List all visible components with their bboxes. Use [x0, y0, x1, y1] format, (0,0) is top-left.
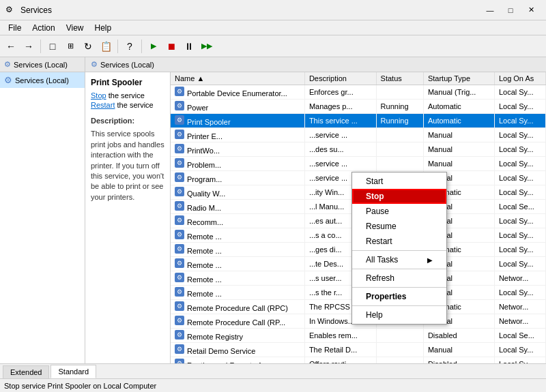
help-button[interactable]: ? [121, 38, 138, 55]
col-logon[interactable]: Log On As [494, 72, 545, 85]
table-row[interactable]: Problem......service ...ManualLocal Sy..… [171, 157, 546, 171]
service-desc-cell: ...service ... [304, 128, 376, 142]
desc-content: This service spools print jobs and handl… [91, 130, 164, 200]
service-logon-cell: Local Sy... [494, 142, 545, 157]
play-button[interactable]: ▶ [145, 38, 162, 55]
stop-link[interactable]: Stop [91, 91, 106, 100]
service-name-text: Remote ... [187, 247, 222, 255]
main-container: ⚙ Services (Local) ⚙ Services (Local) ⚙ … [0, 57, 546, 363]
service-name-text: Routing and Remote Access [187, 361, 282, 363]
restart-button[interactable]: ▶▶ [199, 38, 215, 55]
service-name-text: Print Spooler [187, 118, 231, 126]
context-menu-item-resume[interactable]: Resume [352, 219, 446, 234]
ctx-item-label: Help [366, 310, 383, 320]
context-menu-item-all-tasks[interactable]: All Tasks▶ [352, 252, 446, 267]
service-desc-cell: Manages p... [304, 100, 376, 114]
service-name-cell: Remote Registry [171, 329, 304, 343]
table-row[interactable]: Retail Demo ServiceThe Retail D...Manual… [171, 343, 546, 357]
service-desc-cell: The Retail D... [304, 343, 376, 357]
context-menu-item-start[interactable]: Start [352, 174, 446, 189]
minimize-button[interactable]: — [480, 3, 500, 17]
context-menu-separator [352, 305, 446, 306]
service-startup-cell: Manual [423, 157, 494, 171]
export-button[interactable]: 📋 [98, 38, 114, 55]
refresh-button[interactable]: ↻ [80, 38, 96, 55]
table-row[interactable]: PowerManages p...RunningAutomaticLocal S… [171, 100, 546, 114]
service-startup-cell: Manual [423, 142, 494, 157]
table-row[interactable]: Routing and Remote AccessOffers routi...… [171, 357, 546, 364]
context-menu-item-properties[interactable]: Properties [352, 289, 446, 304]
service-logon-cell: Local Sy... [494, 185, 545, 200]
ctx-item-label: Pause [366, 207, 389, 216]
table-row[interactable]: Remote RegistryEnables rem...DisabledLoc… [171, 329, 546, 343]
menu-file[interactable]: File [3, 22, 27, 34]
service-logon-cell: Local Sy... [494, 114, 545, 128]
service-status-cell [376, 142, 423, 157]
service-name-text: Power [187, 104, 208, 112]
tab-extended[interactable]: Extended [3, 365, 49, 378]
service-logon-cell: Local Se... [494, 329, 545, 343]
col-name[interactable]: Name ▲ [171, 72, 304, 85]
service-name-cell: Remote ... [171, 286, 304, 300]
col-description[interactable]: Description [304, 72, 376, 85]
status-text: Stop service Print Spooler on Local Comp… [4, 382, 156, 390]
service-name-text: Problem... [187, 161, 221, 169]
service-status-cell: Running [376, 114, 423, 128]
context-menu-separator [352, 250, 446, 251]
menu-view[interactable]: View [61, 22, 89, 34]
service-icon [175, 244, 184, 254]
service-startup-cell: Manual [423, 343, 494, 357]
table-row[interactable]: PrintWo......des su...ManualLocal Sy... [171, 142, 546, 157]
service-name-cell: Radio M... [171, 200, 304, 214]
pause-button[interactable]: ⏸ [181, 38, 197, 55]
context-menu-separator [352, 269, 446, 269]
view-toggle-button[interactable]: ⊞ [62, 38, 78, 55]
context-menu-item-stop[interactable]: Stop [352, 189, 446, 204]
ctx-item-label: All Tasks [366, 255, 398, 265]
service-name-cell: Remote Procedure Call (RPC) [171, 300, 304, 314]
service-status-cell [376, 128, 423, 142]
maximize-button[interactable]: □ [501, 3, 520, 17]
desc-label: Description: [91, 116, 164, 126]
stop-button[interactable]: ⏹ [163, 38, 179, 55]
ctx-item-label: Properties [366, 292, 406, 301]
restart-link[interactable]: Restart [91, 101, 115, 109]
service-logon-cell: Local Sy... [494, 343, 545, 357]
service-name-text: Quality W... [187, 190, 225, 198]
tree-item-label: Services (Local) [15, 76, 69, 85]
left-panel: ⚙ Services (Local) ⚙ Services (Local) [0, 57, 85, 363]
context-menu-item-refresh[interactable]: Refresh [352, 271, 446, 286]
tree-item-services-local[interactable]: ⚙ Services (Local) [0, 72, 85, 88]
left-panel-header: ⚙ Services (Local) [0, 57, 85, 72]
title-bar-controls: — □ ✕ [480, 3, 541, 17]
service-logon-cell: Local Sy... [494, 157, 545, 171]
menu-action[interactable]: Action [27, 22, 60, 34]
forward-button[interactable]: → [20, 38, 37, 55]
tab-standard[interactable]: Standard [51, 365, 96, 378]
desc-service-title: Print Spooler [91, 78, 164, 87]
col-status[interactable]: Status [376, 72, 423, 85]
service-icon [175, 101, 184, 110]
table-row[interactable]: Printer E......service ...ManualLocal Sy… [171, 128, 546, 142]
back-button[interactable]: ← [3, 38, 19, 55]
table-row[interactable]: Print SpoolerThis service ...RunningAuto… [171, 114, 546, 128]
right-panel: ⚙ Services (Local) Print Spooler Stop th… [85, 57, 546, 363]
show-hide-button[interactable]: □ [44, 38, 61, 55]
service-status-cell: Running [376, 100, 423, 114]
service-name-cell: Power [171, 100, 304, 114]
service-logon-cell: Networ... [494, 300, 545, 314]
close-button[interactable]: ✕ [521, 3, 541, 17]
services-panel-header: ⚙ Services (Local) [85, 57, 546, 72]
context-menu-item-restart[interactable]: Restart [352, 234, 446, 249]
service-logon-cell: Networ... [494, 314, 545, 329]
context-menu-item-pause[interactable]: Pause [352, 204, 446, 219]
service-name-cell: PrintWo... [171, 142, 304, 157]
menu-help[interactable]: Help [89, 22, 117, 34]
service-icon [175, 344, 184, 354]
col-startup[interactable]: Startup Type [423, 72, 494, 85]
service-desc-cell: This service ... [304, 114, 376, 128]
services-header-title: Services (Local) [100, 61, 154, 69]
table-row[interactable]: Portable Device Enumerator...Enforces gr… [171, 85, 546, 100]
context-menu-item-help[interactable]: Help [352, 307, 446, 322]
left-panel-title: Services (Local) [14, 61, 68, 69]
